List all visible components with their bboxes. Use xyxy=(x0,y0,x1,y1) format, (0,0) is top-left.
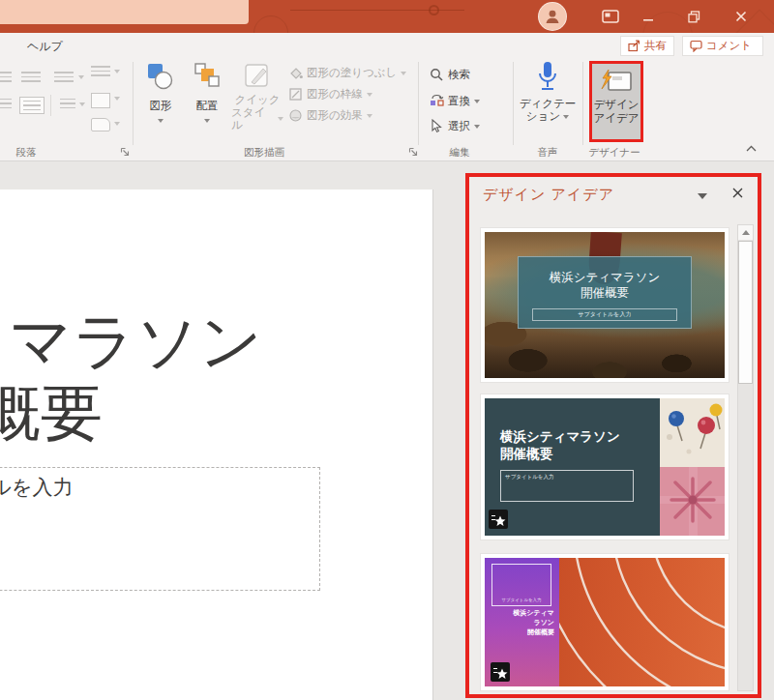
shapes-icon xyxy=(146,62,175,93)
select-label: 選択 xyxy=(448,119,470,133)
title-bar xyxy=(0,0,774,33)
ribbon-display-icon xyxy=(602,10,619,23)
find-button[interactable]: 検索 xyxy=(430,68,470,82)
select-button[interactable]: 選択 xyxy=(430,119,480,133)
pane-title: デザイン アイデア xyxy=(483,186,614,204)
design-thumbnail-2[interactable]: 横浜シティマラソン 開催概要 サブタイトルを入力 xyxy=(481,394,729,540)
quick-styles-icon xyxy=(243,62,272,91)
premium-star-badge xyxy=(491,662,510,682)
shape-outline-button[interactable]: 図形の枠線 xyxy=(288,87,372,102)
arrow-up-icon xyxy=(742,230,750,235)
line-spacing-icon[interactable] xyxy=(91,66,110,77)
cursor-icon xyxy=(430,119,444,133)
slide-title-line2: 開催概要 xyxy=(0,377,269,449)
pane-scrollbar[interactable] xyxy=(737,224,754,691)
dropdown-caret-icon xyxy=(78,75,84,79)
arrange-label: 配置 xyxy=(196,99,219,113)
shape-fill-button[interactable]: 図形の塗りつぶし xyxy=(288,66,406,80)
powerpoint-window: ヘルプ 共有 コメント xyxy=(0,0,774,700)
slide-subtitle-placeholder-text: サブタイトルを入力 xyxy=(0,468,319,501)
thumbnail3-track-photo xyxy=(559,558,725,686)
group-label-paragraph: 段落 xyxy=(2,146,50,160)
minimize-button[interactable] xyxy=(640,8,657,25)
account-avatar[interactable] xyxy=(538,2,567,31)
slide-subtitle-placeholder[interactable]: サブタイトルを入力 xyxy=(0,467,320,591)
thumbnail2-pins-photo xyxy=(660,398,725,467)
arrange-button[interactable]: 配置 xyxy=(185,62,229,123)
outline-pencil-icon xyxy=(288,87,303,102)
ribbon-display-options-button[interactable] xyxy=(600,8,621,25)
comments-button[interactable]: コメント xyxy=(682,36,763,56)
slide-title-line1: 横浜シティマラソン xyxy=(0,306,269,377)
replace-label: 置換 xyxy=(448,94,470,108)
titlebar-decor-knob xyxy=(429,5,439,15)
dropdown-caret-icon xyxy=(367,93,372,97)
bullet-list-icon[interactable] xyxy=(0,72,12,83)
shape-effects-button[interactable]: 図形の効果 xyxy=(288,108,372,123)
scrollbar-thumb[interactable] xyxy=(738,241,753,384)
dictate-button[interactable]: ディクテー ション xyxy=(515,60,580,123)
dictate-label-2: ション xyxy=(526,110,560,123)
quick-styles-label-1: クイック xyxy=(234,94,280,106)
shapes-label: 図形 xyxy=(150,99,172,113)
divider xyxy=(50,95,51,116)
tab-help[interactable]: ヘルプ xyxy=(27,39,63,55)
convert-smartart-icon[interactable] xyxy=(91,118,110,131)
ribbon-tab-row: ヘルプ 共有 コメント xyxy=(0,33,774,58)
dropdown-caret-icon xyxy=(563,115,569,119)
dropdown-caret-icon xyxy=(474,100,480,103)
track-lanes-icon xyxy=(559,558,725,686)
columns-icon[interactable] xyxy=(19,97,45,114)
thumbnail2-subtitle-box: サブタイトルを入力 xyxy=(500,470,634,502)
dropdown-caret-icon xyxy=(114,97,120,101)
collapse-ribbon-icon[interactable] xyxy=(745,144,758,153)
microphone-icon xyxy=(536,60,559,95)
indent-icon[interactable] xyxy=(54,72,74,83)
numbered-list-icon[interactable] xyxy=(21,72,41,83)
dropdown-caret-icon xyxy=(158,119,164,123)
scrollbar-up-button[interactable] xyxy=(738,225,753,240)
arrange-icon xyxy=(193,62,222,93)
dropdown-caret-icon xyxy=(114,122,120,126)
align-icon[interactable] xyxy=(0,99,12,110)
gift-bow-icon xyxy=(660,467,725,536)
quick-styles-button[interactable]: クイック スタイル xyxy=(231,62,283,131)
replace-button[interactable]: 置換 xyxy=(430,94,480,108)
close-window-button[interactable] xyxy=(731,8,751,25)
thumbnail3-title-line3: 開催概要 xyxy=(513,627,554,637)
group-separator xyxy=(582,62,583,145)
share-label: 共有 xyxy=(644,39,667,53)
text-align-icon[interactable] xyxy=(60,99,75,110)
titlebar-highlight-rect xyxy=(0,0,249,24)
thumbnail1-title-panel: 横浜シティマラソン 開催概要 サブタイトルを入力 xyxy=(518,256,692,329)
person-icon xyxy=(544,8,561,25)
replace-icon xyxy=(430,94,444,108)
annotation-box-design-ideas xyxy=(589,61,643,142)
shape-outline-label: 図形の枠線 xyxy=(307,87,363,102)
design-thumbnail-3[interactable]: サブタイトルを入力 横浜シティマ ラソン 開催概要 xyxy=(481,554,729,690)
pane-menu-chevron-icon[interactable] xyxy=(698,193,707,199)
comments-label: コメント xyxy=(706,39,752,53)
restore-button[interactable] xyxy=(685,8,702,25)
thumbnail1-title-line2: 開催概要 xyxy=(519,285,691,301)
slide-canvas[interactable]: 横浜シティマラソン 開催概要 サブタイトルを入力 xyxy=(0,190,433,700)
shapes-button[interactable]: 図形 xyxy=(138,62,183,123)
group-label-designer: デザイナー xyxy=(584,146,644,160)
thumbnail3-caption: サブタイトルを入力 xyxy=(492,598,551,602)
text-direction-icon[interactable] xyxy=(91,93,110,108)
thumbnail1-subtitle-box: サブタイトルを入力 xyxy=(532,308,677,321)
dropdown-caret-icon xyxy=(401,72,406,75)
star-icon xyxy=(494,515,506,527)
shape-fill-label: 図形の塗りつぶし xyxy=(307,66,397,80)
dropdown-caret-icon xyxy=(474,125,480,129)
dialog-launcher-icon[interactable] xyxy=(408,147,418,157)
thumbnail3-left-panel: サブタイトルを入力 横浜シティマ ラソン 開催概要 xyxy=(485,558,559,686)
quick-styles-label-2: スタイル xyxy=(231,106,275,131)
group-label-voice: 音声 xyxy=(515,146,580,160)
share-button[interactable]: 共有 xyxy=(620,36,674,56)
slide-title-text[interactable]: 横浜シティマラソン 開催概要 xyxy=(0,306,269,449)
pane-close-icon[interactable] xyxy=(731,187,744,199)
design-thumbnail-1[interactable]: 横浜シティマラソン 開催概要 サブタイトルを入力 xyxy=(481,228,729,382)
titlebar-decor-line xyxy=(290,10,464,11)
search-icon xyxy=(430,68,444,82)
